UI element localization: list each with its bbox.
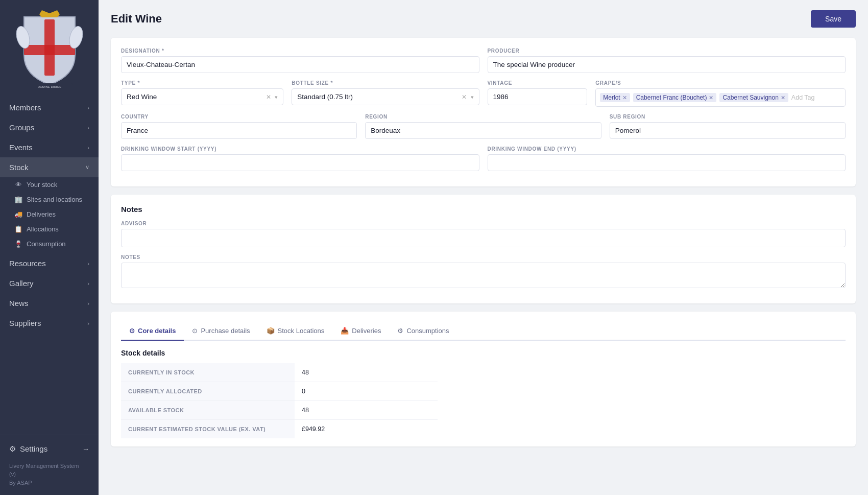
chevron-down-icon: ∨ xyxy=(85,164,89,171)
chevron-right-icon: › xyxy=(87,320,89,326)
chevron-right-icon: › xyxy=(87,280,89,287)
gear-icon: ⚙ xyxy=(9,444,16,454)
drinking-window-end-input[interactable] xyxy=(488,154,846,171)
sidebar-item-gallery-label: Gallery xyxy=(9,279,34,288)
tab-deliveries-label: Deliveries xyxy=(352,327,381,335)
grape-cabernet-sauvignon-remove[interactable]: ✕ xyxy=(781,95,785,101)
drinking-window-end-group: DRINKING WINDOW END (YYYY) xyxy=(488,146,846,171)
sidebar-item-suppliers[interactable]: Suppliers › xyxy=(0,313,99,333)
tab-stock-locations-label: Stock Locations xyxy=(278,327,325,335)
add-tag-placeholder[interactable]: Add Tag xyxy=(791,94,815,101)
sidebar-item-resources[interactable]: Resources › xyxy=(0,253,99,273)
advisor-row: ADVISOR xyxy=(121,221,846,247)
sidebar-subitem-your-stock-label: Your stock xyxy=(27,181,57,188)
designation-input[interactable] xyxy=(121,56,479,73)
bottle-size-select[interactable]: Standard (0.75 ltr) ✕ ▾ xyxy=(292,88,479,105)
sidebar-item-members[interactable]: Members › xyxy=(0,98,99,117)
chevron-right-icon: › xyxy=(87,105,89,111)
brand-line2: (v) xyxy=(9,470,89,479)
sidebar-item-news[interactable]: News › xyxy=(0,293,99,313)
sub-region-input[interactable] xyxy=(610,122,846,139)
bottle-size-chevron-icon: ▾ xyxy=(471,94,474,100)
chevron-right-icon: › xyxy=(87,145,89,151)
sidebar-item-stock[interactable]: Stock ∨ xyxy=(0,157,99,177)
bottle-size-label: BOTTLE SIZE * xyxy=(292,80,479,86)
truck-icon: 🚚 xyxy=(14,210,22,218)
stock-row-value-2: 48 xyxy=(295,401,438,420)
advisor-input[interactable] xyxy=(121,229,846,247)
arrow-right-icon: → xyxy=(82,445,89,453)
stock-row-value-0: 48 xyxy=(295,363,438,382)
type-select[interactable]: Red Wine ✕ ▾ xyxy=(121,88,283,105)
inbox-icon: 📥 xyxy=(341,327,349,335)
country-input[interactable] xyxy=(121,122,357,139)
notes-section-title: Notes xyxy=(121,205,846,214)
sidebar-subitem-consumption-label: Consumption xyxy=(27,240,66,248)
drinking-window-start-label: DRINKING WINDOW START (YYYY) xyxy=(121,146,479,152)
grape-cabernet-franc-label: Cabernet Franc (Bouchet) xyxy=(636,94,707,101)
sidebar-subitem-your-stock[interactable]: 👁 Your stock xyxy=(0,177,99,192)
region-input[interactable] xyxy=(365,122,601,139)
sidebar-footer: ⚙ Settings → Livery Management System (v… xyxy=(0,435,99,496)
type-label: TYPE * xyxy=(121,80,283,86)
country-label: COUNTRY xyxy=(121,114,357,120)
row-country-region-subregion: COUNTRY REGION SUB REGION xyxy=(121,114,846,139)
grape-cabernet-franc-remove[interactable]: ✕ xyxy=(709,95,713,101)
sidebar-item-events[interactable]: Events › xyxy=(0,137,99,157)
type-chevron-icon: ▾ xyxy=(275,94,278,100)
grape-cabernet-sauvignon-label: Cabernet Sauvignon xyxy=(722,94,778,101)
notes-row: NOTES xyxy=(121,254,846,288)
tab-purchase-details[interactable]: ⊙ Purchase details xyxy=(184,322,258,341)
grape-merlot-remove[interactable]: ✕ xyxy=(622,95,627,101)
type-group: TYPE * Red Wine ✕ ▾ xyxy=(121,80,283,107)
main-content: Edit Wine Save DESIGNATION * PRODUCER TY… xyxy=(99,0,868,495)
svg-text:DOMINE DIRIGE: DOMINE DIRIGE xyxy=(37,85,61,88)
stock-row-value-1: 0 xyxy=(295,382,438,401)
row-drinking-window: DRINKING WINDOW START (YYYY) DRINKING WI… xyxy=(121,146,846,171)
vintage-group: VINTAGE xyxy=(488,80,588,107)
sub-region-label: SUB REGION xyxy=(610,114,846,120)
stock-details-table: CURRENTLY IN STOCK 48 CURRENTLY ALLOCATE… xyxy=(121,363,438,438)
drinking-window-start-input[interactable] xyxy=(121,154,479,171)
sidebar-subitem-deliveries-label: Deliveries xyxy=(27,210,56,218)
chevron-right-icon: › xyxy=(87,125,89,131)
bottle-size-clear-icon[interactable]: ✕ xyxy=(462,93,467,101)
producer-group: PRODUCER xyxy=(488,48,846,73)
tab-deliveries[interactable]: 📥 Deliveries xyxy=(332,322,389,341)
notes-textarea[interactable] xyxy=(121,263,846,288)
sidebar-item-resources-label: Resources xyxy=(9,259,46,268)
tab-stock-locations[interactable]: 📦 Stock Locations xyxy=(258,322,333,341)
sidebar-subitem-sites-locations-label: Sites and locations xyxy=(27,196,82,203)
country-group: COUNTRY xyxy=(121,114,357,139)
producer-input[interactable] xyxy=(488,56,846,73)
settings-item[interactable]: ⚙ Settings → xyxy=(9,441,89,457)
brand-line3: By ASAP xyxy=(9,479,89,487)
grapes-label: GRAPE/S xyxy=(595,80,846,86)
designation-group: DESIGNATION * xyxy=(121,48,479,73)
grapes-group: GRAPE/S Merlot ✕ Cabernet Franc (Bouchet… xyxy=(595,80,846,107)
vintage-label: VINTAGE xyxy=(488,80,588,86)
tab-core-details-label: Core details xyxy=(138,327,176,335)
eye-icon: 👁 xyxy=(14,181,22,188)
wine-icon: 🍷 xyxy=(14,240,22,248)
sidebar-subitem-sites-locations[interactable]: 🏢 Sites and locations xyxy=(0,192,99,207)
row-type-bottle-vintage-grapes: TYPE * Red Wine ✕ ▾ BOTTLE SIZE * Standa… xyxy=(121,80,846,107)
tabs-bar: ⊙ Core details ⊙ Purchase details 📦 Stoc… xyxy=(121,322,846,341)
vintage-input[interactable] xyxy=(488,88,588,105)
type-clear-icon[interactable]: ✕ xyxy=(266,93,271,101)
sidebar-item-gallery[interactable]: Gallery › xyxy=(0,273,99,293)
sidebar-subitem-consumption[interactable]: 🍷 Consumption xyxy=(0,237,99,251)
notes-label: NOTES xyxy=(121,254,846,260)
chevron-right-icon: › xyxy=(87,300,89,307)
tab-core-details[interactable]: ⊙ Core details xyxy=(121,322,184,341)
sidebar-subitem-allocations[interactable]: 📋 Allocations xyxy=(0,222,99,237)
type-value: Red Wine xyxy=(127,93,157,101)
save-button[interactable]: Save xyxy=(811,10,856,28)
brand-line1: Livery Management System xyxy=(9,462,89,470)
grapes-field[interactable]: Merlot ✕ Cabernet Franc (Bouchet) ✕ Cabe… xyxy=(595,88,846,107)
sidebar-subitem-deliveries[interactable]: 🚚 Deliveries xyxy=(0,207,99,222)
tab-consumptions[interactable]: ⚙ Consumptions xyxy=(389,322,457,341)
sidebar-item-groups[interactable]: Groups › xyxy=(0,117,99,137)
sidebar-subitem-allocations-label: Allocations xyxy=(27,225,59,233)
building-icon: 🏢 xyxy=(14,196,22,203)
